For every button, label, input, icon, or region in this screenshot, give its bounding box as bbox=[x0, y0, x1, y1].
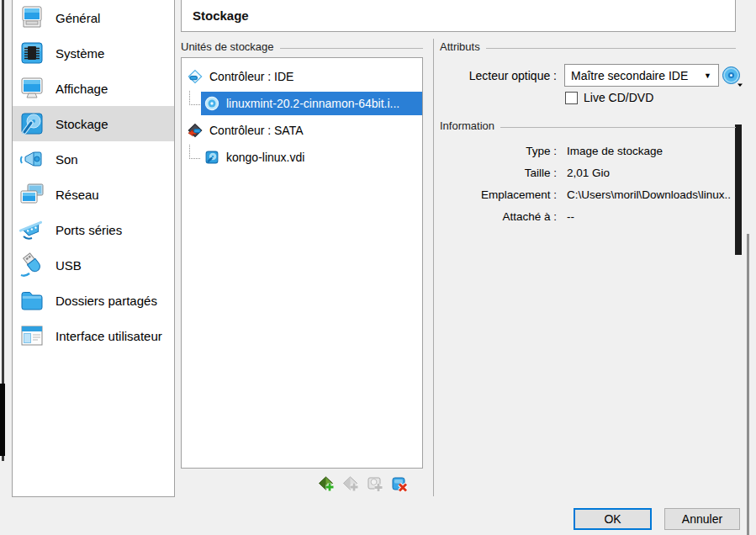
sidebar-item-label: Son bbox=[56, 152, 78, 167]
serial-ports-icon bbox=[19, 216, 45, 243]
user-interface-icon bbox=[19, 322, 45, 349]
section-divider bbox=[433, 39, 434, 496]
audio-icon bbox=[19, 146, 45, 172]
information-rows: Type : Image de stockage Taille : 2,01 G… bbox=[420, 140, 740, 227]
tree-item-label: Contrôleur : SATA bbox=[209, 124, 304, 137]
display-icon bbox=[19, 75, 45, 102]
sidebar-item-display[interactable]: Affichage bbox=[13, 71, 174, 106]
usb-icon bbox=[19, 252, 45, 278]
sidebar-item-label: Système bbox=[56, 46, 104, 61]
info-value: -- bbox=[567, 210, 574, 223]
network-icon bbox=[19, 181, 45, 208]
remove-attachment-button[interactable] bbox=[391, 475, 408, 493]
information-group-label: Information bbox=[440, 119, 736, 132]
sidebar-item-general[interactable]: Général bbox=[13, 0, 174, 35]
info-row-attached-to: Attaché à : -- bbox=[420, 205, 740, 227]
tree-item-controller-sata[interactable]: Contrôleur : SATA bbox=[182, 117, 422, 144]
tree-row-content[interactable]: kongo-linux.vdi bbox=[201, 146, 422, 169]
vm-settings-dialog: Général Système Affichage Stockage Son bbox=[0, 0, 756, 535]
optical-drive-selected-value: Maître secondaire IDE bbox=[571, 69, 688, 82]
sidebar-item-storage[interactable]: Stockage bbox=[13, 106, 174, 141]
info-row-type: Type : Image de stockage bbox=[420, 140, 740, 162]
background-artifact bbox=[747, 234, 749, 535]
chevron-down-icon: ▼ bbox=[704, 72, 711, 80]
ide-controller-icon bbox=[188, 69, 203, 84]
page-title: Stockage bbox=[193, 8, 249, 23]
system-icon bbox=[19, 40, 45, 66]
sidebar-item-system[interactable]: Système bbox=[13, 35, 174, 71]
attributes-group-label: Attributs bbox=[440, 40, 736, 53]
storage-units-group-label: Unités de stockage bbox=[181, 40, 423, 53]
storage-tree: Contrôleur : IDE linuxmint-20.2-cinnamon… bbox=[181, 57, 423, 469]
info-row-location: Emplacement : C:\Users\moril\Downloads\l… bbox=[420, 183, 740, 205]
sidebar-item-shared-folders[interactable]: Dossiers partagés bbox=[13, 283, 174, 318]
shared-folders-icon bbox=[19, 287, 45, 314]
tree-branch-line bbox=[189, 145, 200, 159]
tree-selected-row[interactable]: linuxmint-20.2-cinnamon-64bit.i... bbox=[201, 92, 422, 115]
tree-item-label: kongo-linux.vdi bbox=[226, 151, 304, 164]
remove-controller-button bbox=[342, 475, 359, 493]
storage-tree-toolbar bbox=[318, 475, 408, 493]
info-label: Attaché à : bbox=[420, 210, 557, 223]
general-icon bbox=[19, 4, 45, 31]
sidebar-item-label: Interface utilisateur bbox=[56, 329, 162, 343]
sidebar-item-label: Stockage bbox=[56, 117, 108, 131]
ok-button[interactable]: OK bbox=[574, 508, 652, 530]
live-cd-label: Live CD/DVD bbox=[584, 91, 653, 104]
info-label: Taille : bbox=[420, 167, 557, 179]
info-label: Type : bbox=[420, 145, 557, 157]
info-value: Image de stockage bbox=[567, 145, 663, 157]
sidebar-item-network[interactable]: Réseau bbox=[13, 177, 174, 212]
sidebar-item-usb[interactable]: USB bbox=[13, 247, 174, 283]
hard-disk-icon bbox=[204, 150, 219, 165]
add-attachment-button bbox=[367, 475, 383, 493]
group-rule bbox=[280, 48, 423, 49]
group-rule bbox=[486, 48, 736, 49]
storage-icon bbox=[19, 110, 45, 137]
tree-item-label: linuxmint-20.2-cinnamon-64bit.i... bbox=[226, 97, 399, 110]
sidebar-item-label: Dossiers partagés bbox=[56, 294, 157, 308]
sidebar-item-label: Réseau bbox=[56, 188, 99, 202]
sidebar-item-label: Ports séries bbox=[56, 223, 122, 237]
live-cd-checkbox[interactable] bbox=[565, 92, 578, 104]
sata-controller-icon bbox=[188, 123, 203, 138]
info-value: C:\Users\moril\Downloads\linux.. bbox=[567, 188, 731, 201]
sidebar-item-user-interface[interactable]: Interface utilisateur bbox=[13, 318, 174, 353]
tree-item-hard-disk[interactable]: kongo-linux.vdi bbox=[182, 144, 422, 171]
sidebar-item-serial-ports[interactable]: Ports séries bbox=[13, 212, 174, 247]
choose-disc-button[interactable] bbox=[722, 66, 743, 87]
sidebar-item-label: Général bbox=[56, 11, 100, 25]
info-row-size: Taille : 2,01 Gio bbox=[420, 162, 740, 183]
tree-branch-line bbox=[189, 91, 200, 105]
cancel-button[interactable]: Annuler bbox=[664, 508, 740, 530]
sidebar-item-audio[interactable]: Son bbox=[13, 141, 174, 177]
tree-item-optical-disc[interactable]: linuxmint-20.2-cinnamon-64bit.i... bbox=[182, 90, 422, 117]
tree-item-controller-ide[interactable]: Contrôleur : IDE bbox=[182, 63, 422, 90]
tree-item-label: Contrôleur : IDE bbox=[209, 70, 293, 83]
sidebar-item-label: USB bbox=[56, 258, 82, 273]
optical-drive-label: Lecteur optique : bbox=[427, 69, 557, 82]
optical-disc-icon bbox=[204, 96, 219, 111]
page-header: Stockage bbox=[181, 0, 736, 32]
add-controller-button[interactable] bbox=[318, 475, 335, 493]
info-label: Emplacement : bbox=[420, 188, 557, 201]
settings-sidebar: Général Système Affichage Stockage Son bbox=[12, 0, 175, 497]
background-artifact bbox=[0, 384, 5, 456]
group-rule bbox=[500, 127, 736, 128]
optical-drive-select[interactable]: Maître secondaire IDE ▼ bbox=[564, 64, 719, 87]
info-value: 2,01 Gio bbox=[567, 167, 610, 179]
sidebar-item-label: Affichage bbox=[56, 82, 108, 96]
